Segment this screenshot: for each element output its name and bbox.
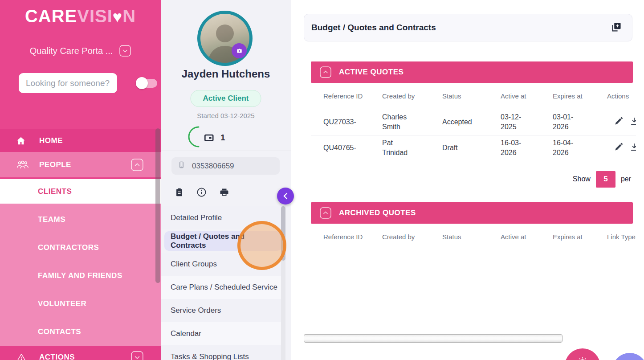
sidebar-item-label: TEAMS: [38, 215, 65, 224]
mobile-phone-icon: [177, 160, 186, 172]
started-date: Started 03-12-2025: [161, 112, 291, 119]
menu-item-tasks-shopping-lists[interactable]: Tasks & Shopping Lists: [161, 345, 285, 360]
cell-expires-at: 16-04-2026: [553, 135, 606, 161]
portal-selector[interactable]: Quality Care Porta ...: [0, 45, 161, 57]
chevron-up-icon[interactable]: [320, 66, 331, 78]
cell-text: 16-04-2026: [553, 138, 580, 157]
menu-item-budget-quotes-contracts[interactable]: Budget / Quotes and Contracts: [164, 231, 282, 251]
panel-collapse-button[interactable]: [277, 188, 294, 205]
menu-item-service-orders[interactable]: Service Orders: [161, 299, 285, 322]
edit-pencil-icon[interactable]: [614, 116, 624, 128]
wallet-count: 1: [220, 133, 225, 143]
sidebar-item-label: CONTRACTORS: [38, 243, 99, 252]
sidebar-item-people[interactable]: PEOPLE: [0, 152, 161, 177]
cell-active-at: 16-03-2026: [501, 135, 553, 161]
cell-text: 03-01-2026: [553, 112, 580, 131]
menu-item-care-plans[interactable]: Care Plans / Scheduled Service: [161, 276, 285, 299]
chevron-up-icon[interactable]: [320, 207, 331, 219]
sidebar-item-actions[interactable]: ACTIONS: [0, 346, 161, 360]
sidebar-item-volunteer[interactable]: VOLUNTEER: [0, 290, 161, 318]
column-header: Status: [442, 83, 501, 109]
clipboard-icon[interactable]: [174, 187, 184, 198]
cell-actions: [606, 135, 636, 161]
search-input[interactable]: [19, 73, 117, 93]
cell-text: Pat Trinidad: [382, 138, 414, 157]
download-icon[interactable]: [629, 116, 636, 128]
column-header: Status: [442, 224, 501, 250]
sidebar-item-label: VOLUNTEER: [38, 299, 86, 308]
search-toggle[interactable]: [138, 79, 157, 88]
active-quotes-table: Reference ID Created by Status Active at…: [311, 83, 636, 161]
menu-item-label: Calendar: [171, 329, 201, 338]
column-header: Link Type: [606, 224, 636, 250]
home-icon: [16, 136, 29, 146]
sidebar-item-label: CLIENTS: [38, 187, 72, 196]
logo-visi: VISI: [77, 6, 113, 26]
cell-status: Draft: [442, 135, 501, 161]
copy-plus-icon[interactable]: [611, 21, 622, 35]
per-label: per: [621, 175, 631, 183]
download-icon[interactable]: [629, 142, 636, 154]
table-row: QU40765- Pat Trinidad Draft 16-03-2026 1…: [311, 135, 636, 161]
status-badge: Active Client: [191, 90, 261, 107]
pagination: Show 5 per: [311, 171, 631, 188]
page-size-selector[interactable]: 5: [596, 171, 615, 188]
sidebar-item-contractors[interactable]: CONTRACTORS: [0, 233, 161, 262]
people-submenu: CLIENTS TEAMS CONTRACTORS FAMILY AND FRI…: [0, 179, 161, 346]
sidebar-item-home[interactable]: HOME: [0, 129, 161, 152]
sidebar-item-label: FAMILY AND FRIENDS: [38, 271, 122, 280]
menu-item-detailed-profile[interactable]: Detailed Profile: [161, 206, 285, 229]
panel-scrollbar-thumb[interactable]: [281, 206, 285, 261]
chevron-down-icon[interactable]: [119, 45, 131, 57]
client-profile-panel: Jayden Hutchens Active Client Started 03…: [161, 0, 291, 360]
menu-item-label: Tasks & Shopping Lists: [171, 352, 249, 360]
avatar: [197, 11, 253, 66]
client-name: Jayden Hutchens: [161, 68, 291, 80]
cell-active-at: 03-12-2025: [501, 109, 553, 135]
phone-number: 0353806659: [192, 162, 234, 171]
info-icon[interactable]: [196, 187, 207, 198]
chevron-down-icon[interactable]: [131, 351, 143, 360]
printer-icon[interactable]: [219, 187, 230, 198]
column-header: Created by: [382, 224, 442, 250]
active-quotes-banner: ACTIVE QUOTES: [311, 61, 633, 83]
sidebar-item-family-and-friends[interactable]: FAMILY AND FRIENDS: [0, 262, 161, 290]
chevron-up-icon[interactable]: [131, 159, 143, 171]
horizontal-scrollbar[interactable]: [304, 334, 562, 343]
column-header: Expires at: [553, 224, 606, 250]
wallet-counter[interactable]: 1: [186, 126, 225, 149]
camera-icon[interactable]: [232, 43, 247, 58]
heart-icon: ♥: [113, 8, 122, 26]
carevision-app: CAREVISI♥N Quality Care Porta ... HOME: [0, 0, 644, 360]
sidebar-scrollbar[interactable]: [155, 128, 160, 283]
sidebar-nav: HOME PEOPLE CLIENTS TEAMS: [0, 129, 161, 360]
cell-created-by: Charles Smith: [382, 109, 442, 135]
sidebar-item-teams[interactable]: TEAMS: [0, 205, 161, 233]
column-header: Reference ID: [311, 224, 382, 250]
sidebar-item-label: CONTACTS: [38, 327, 81, 336]
sidebar-search-row: [19, 73, 161, 93]
logo-care: CARE: [25, 6, 77, 26]
menu-item-client-groups[interactable]: Client Groups: [161, 253, 285, 276]
phone-field[interactable]: 0353806659: [171, 157, 280, 175]
sun-icon: [576, 354, 589, 360]
column-header: Active at: [501, 83, 553, 109]
column-header: Actions: [606, 83, 636, 109]
carevision-logo: CAREVISI♥N: [0, 0, 161, 26]
cell-status: Accepted: [442, 109, 501, 135]
cell-text: Charles Smith: [382, 112, 414, 131]
main-content: Budget / Quotes and Contracts ACTIVE QUO…: [291, 0, 644, 360]
table-header-row: Reference ID Created by Status Active at…: [311, 224, 636, 250]
toggle-knob[interactable]: [136, 77, 148, 89]
page-header: Budget / Quotes and Contracts: [304, 14, 632, 41]
sidebar-item-contacts[interactable]: CONTACTS: [0, 318, 161, 346]
cell-created-by: Pat Trinidad: [382, 135, 442, 161]
column-header: Created by: [382, 83, 442, 109]
show-label: Show: [573, 175, 591, 183]
warning-icon: [16, 352, 29, 360]
menu-item-calendar[interactable]: Calendar: [161, 322, 285, 345]
section-title: ARCHIVED QUOTES: [339, 209, 416, 217]
edit-pencil-icon[interactable]: [614, 142, 624, 154]
sidebar-item-clients[interactable]: CLIENTS: [0, 179, 161, 204]
cell-actions: [606, 109, 636, 135]
